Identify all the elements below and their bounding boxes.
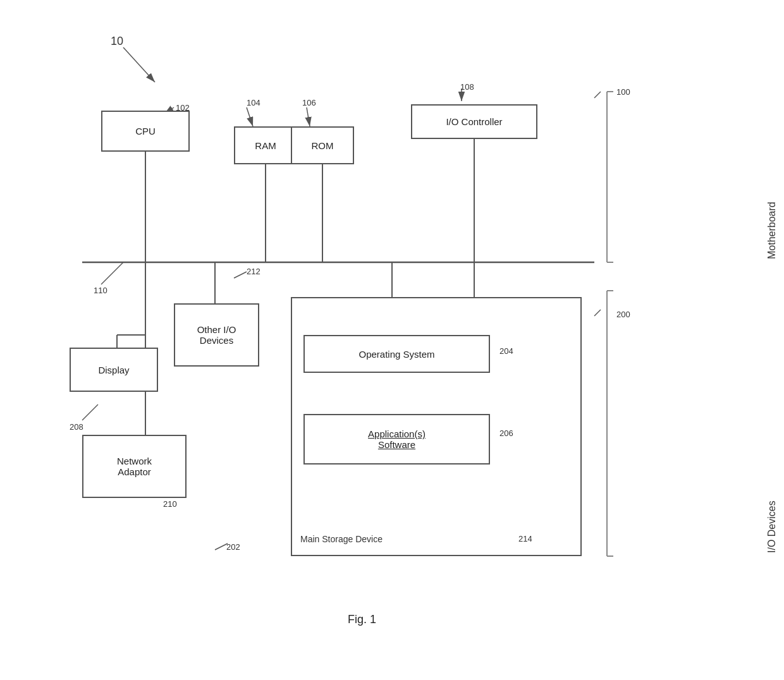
svg-line-5	[307, 107, 310, 126]
applications-software-box: Application(s) Software	[303, 414, 490, 464]
network-adaptor-box: Network Adaptor	[82, 435, 187, 498]
ref-102: 102	[176, 103, 190, 112]
ref-212: 212	[247, 267, 260, 276]
ref-206: 206	[499, 428, 513, 438]
display-box: Display	[70, 348, 158, 392]
other-io-box: Other I/O Devices	[174, 303, 259, 367]
ref-104: 104	[247, 98, 260, 107]
other-io-label: Other I/O Devices	[197, 324, 236, 346]
ram-box: RAM	[234, 126, 297, 164]
ref-10: 10	[111, 35, 123, 48]
figure-label: Fig. 1	[348, 613, 376, 626]
io-controller-label: I/O Controller	[446, 116, 502, 127]
ram-label: RAM	[255, 140, 276, 151]
ref-200: 200	[616, 310, 630, 319]
svg-line-2	[123, 47, 155, 82]
io-devices-label: I/O Devices	[766, 294, 778, 553]
svg-line-4	[247, 107, 253, 126]
ref-110: 110	[94, 286, 107, 295]
ref-214: 214	[518, 534, 532, 543]
ref-208: 208	[70, 422, 83, 432]
svg-line-16	[82, 404, 98, 420]
display-label: Display	[98, 365, 129, 375]
diagram: 10 CPU 102 RAM 104 ROM 106 I/O Controlle…	[0, 0, 784, 680]
applications-software-label: Application(s) Software	[368, 428, 426, 450]
ref-100: 100	[616, 87, 630, 97]
cpu-label: CPU	[135, 126, 156, 137]
svg-line-34	[594, 92, 601, 98]
svg-line-33	[594, 310, 601, 316]
svg-line-23	[215, 543, 228, 550]
io-controller-box: I/O Controller	[411, 104, 537, 139]
operating-system-box: Operating System	[303, 335, 490, 373]
svg-line-12	[101, 262, 123, 284]
rom-label: ROM	[312, 140, 334, 151]
ref-202: 202	[226, 542, 240, 552]
operating-system-label: Operating System	[358, 349, 434, 360]
main-storage-label: Main Storage Device	[300, 534, 383, 544]
ref-204: 204	[499, 346, 513, 356]
ref-108: 108	[460, 82, 474, 92]
network-adaptor-label: Network Adaptor	[117, 456, 152, 477]
svg-line-22	[234, 272, 247, 278]
ref-210: 210	[163, 499, 177, 509]
rom-box: ROM	[291, 126, 354, 164]
ref-106: 106	[302, 98, 316, 107]
motherboard-label: Motherboard	[766, 95, 778, 259]
cpu-box: CPU	[101, 111, 190, 152]
